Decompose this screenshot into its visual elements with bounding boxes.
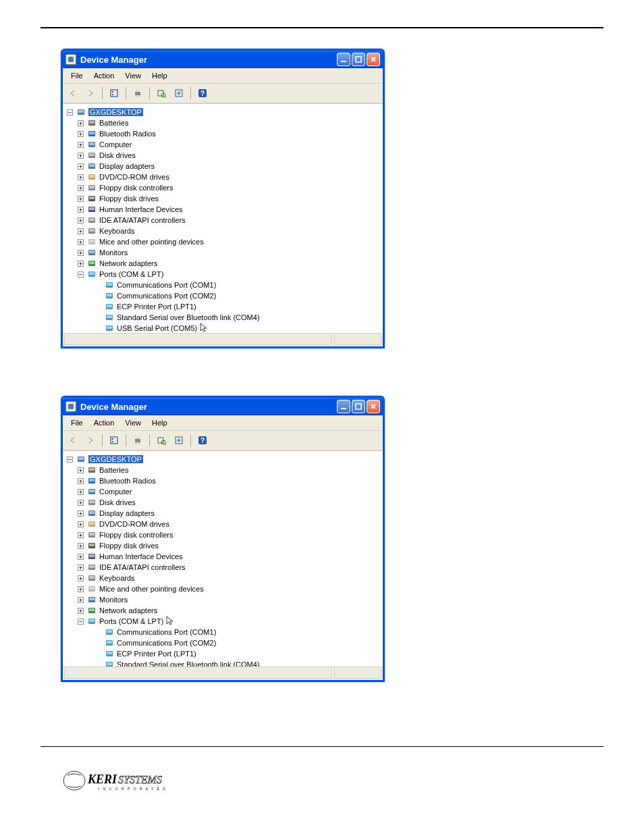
tree-node[interactable]: +Bluetooth Radios (63, 128, 383, 139)
menu-view[interactable]: View (119, 70, 146, 81)
tree-node[interactable]: +Bluetooth Radios (63, 475, 383, 486)
expander-icon[interactable]: + (78, 521, 84, 527)
help-button[interactable]: ? (195, 433, 210, 448)
tree-root[interactable]: −GXGDESKTOP (63, 454, 383, 465)
tree-node[interactable]: +DVD/CD-ROM drives (63, 519, 383, 529)
expander-icon[interactable]: + (78, 467, 84, 473)
node-label[interactable]: Human Interface Devices (99, 552, 183, 561)
tree-node[interactable]: +Floppy disk drives (63, 193, 383, 204)
node-label[interactable]: DVD/CD-ROM drives (99, 173, 169, 181)
expander-icon[interactable]: + (78, 217, 84, 224)
node-label[interactable]: IDE ATA/ATAPI controllers (99, 563, 186, 571)
node-label[interactable]: Computer (99, 140, 132, 149)
maximize-button[interactable] (352, 53, 365, 66)
node-label[interactable]: Standard Serial over Bluetooth link (COM… (117, 313, 260, 321)
tree-child-node[interactable]: Standard Serial over Bluetooth link (COM… (63, 659, 383, 667)
menu-file[interactable]: File (65, 70, 88, 81)
tree-node[interactable]: +Computer (63, 486, 383, 497)
back-button[interactable] (65, 433, 80, 448)
node-label[interactable]: Computer (99, 488, 132, 496)
tree-node[interactable]: +Network adapters (63, 605, 383, 616)
node-label[interactable]: Bluetooth Radios (99, 130, 156, 138)
tree-node[interactable]: +IDE ATA/ATAPI controllers (63, 562, 383, 573)
tree-child-node[interactable]: ECP Printer Port (LPT1) (63, 648, 383, 659)
node-label[interactable]: DVD/CD-ROM drives (99, 520, 169, 528)
expander-icon[interactable]: − (78, 271, 84, 278)
node-label[interactable]: Ports (COM & LPT) (99, 617, 163, 625)
expander-icon[interactable]: + (78, 120, 84, 126)
maximize-button[interactable] (352, 400, 365, 413)
print-button[interactable] (130, 86, 145, 101)
expander-icon[interactable]: − (67, 457, 73, 463)
node-label[interactable]: Ports (COM & LPT) (99, 270, 163, 278)
node-label[interactable]: Bluetooth Radios (99, 477, 156, 485)
close-button[interactable] (367, 53, 380, 66)
forward-button[interactable] (83, 86, 98, 101)
node-label[interactable]: Floppy disk controllers (99, 184, 173, 192)
expander-icon[interactable]: + (78, 196, 84, 202)
tree-child-node[interactable]: Communications Port (COM2) (63, 290, 383, 301)
expander-icon[interactable]: + (78, 174, 84, 180)
expander-icon[interactable]: + (78, 131, 84, 137)
tree-node[interactable]: −Ports (COM & LPT) (63, 269, 383, 280)
node-label[interactable]: Monitors (99, 596, 128, 604)
node-label[interactable]: Network adapters (99, 606, 157, 615)
device-tree[interactable]: −GXGDESKTOP+Batteries+Bluetooth Radios+C… (63, 450, 383, 667)
expander-icon[interactable]: + (78, 153, 84, 159)
node-label[interactable]: ECP Printer Port (LPT1) (117, 650, 196, 658)
help-button[interactable]: ? (195, 86, 210, 101)
node-label[interactable]: Floppy disk controllers (99, 531, 173, 539)
expander-icon[interactable]: + (78, 543, 84, 549)
root-label[interactable]: GXGDESKTOP (88, 108, 143, 116)
node-label[interactable]: Standard Serial over Bluetooth link (COM… (117, 660, 260, 667)
expander-icon[interactable]: + (78, 575, 84, 581)
expander-icon[interactable]: + (78, 565, 84, 571)
tree-node[interactable]: +Monitors (63, 247, 383, 258)
expander-icon[interactable]: + (78, 185, 84, 191)
node-label[interactable]: Communications Port (COM1) (117, 281, 216, 289)
node-label[interactable]: Mice and other pointing devices (99, 585, 204, 593)
show-hidden-button[interactable] (171, 433, 186, 448)
expander-icon[interactable]: + (78, 532, 84, 538)
minimize-button[interactable] (337, 400, 350, 413)
tree-node[interactable]: +Display adapters (63, 508, 383, 519)
node-label[interactable]: ECP Printer Port (LPT1) (117, 303, 196, 311)
expander-icon[interactable]: + (78, 261, 84, 267)
menu-action[interactable]: Action (88, 417, 120, 428)
node-label[interactable]: Mice and other pointing devices (99, 238, 204, 246)
expander-icon[interactable]: − (78, 619, 84, 625)
forward-button[interactable] (83, 433, 98, 448)
menu-view[interactable]: View (119, 417, 146, 428)
properties-button[interactable] (107, 86, 122, 101)
tree-child-node[interactable]: Communications Port (COM1) (63, 627, 383, 637)
back-button[interactable] (65, 86, 80, 101)
tree-node[interactable]: +Display adapters (63, 161, 383, 172)
node-label[interactable]: Network adapters (99, 259, 157, 267)
node-label[interactable]: Communications Port (COM1) (117, 628, 216, 636)
node-label[interactable]: IDE ATA/ATAPI controllers (99, 216, 186, 224)
tree-node[interactable]: +Mice and other pointing devices (63, 236, 383, 247)
properties-button[interactable] (107, 433, 122, 448)
node-label[interactable]: Disk drives (99, 498, 136, 506)
tree-node[interactable]: +Human Interface Devices (63, 551, 383, 562)
tree-node[interactable]: +IDE ATA/ATAPI controllers (63, 215, 383, 226)
node-label[interactable]: Keyboards (99, 227, 135, 235)
node-label[interactable]: Communications Port (COM2) (117, 639, 216, 647)
tree-node[interactable]: +Monitors (63, 594, 383, 605)
titlebar[interactable]: Device Manager (63, 51, 383, 68)
tree-node[interactable]: +Mice and other pointing devices (63, 583, 383, 594)
menu-help[interactable]: Help (146, 417, 173, 428)
scan-button[interactable] (154, 86, 169, 101)
tree-node[interactable]: +Keyboards (63, 573, 383, 583)
node-label[interactable]: Monitors (99, 249, 128, 257)
tree-node[interactable]: +Batteries (63, 465, 383, 475)
tree-node[interactable]: +Network adapters (63, 258, 383, 269)
node-label[interactable]: Batteries (99, 466, 128, 474)
node-label[interactable]: Display adapters (99, 162, 155, 170)
tree-node[interactable]: +Disk drives (63, 150, 383, 161)
tree-node[interactable]: +Computer (63, 139, 383, 150)
titlebar[interactable]: Device Manager (63, 398, 383, 415)
node-label[interactable]: Keyboards (99, 574, 135, 582)
tree-node[interactable]: +DVD/CD-ROM drives (63, 172, 383, 182)
node-label[interactable]: Disk drives (99, 151, 136, 159)
